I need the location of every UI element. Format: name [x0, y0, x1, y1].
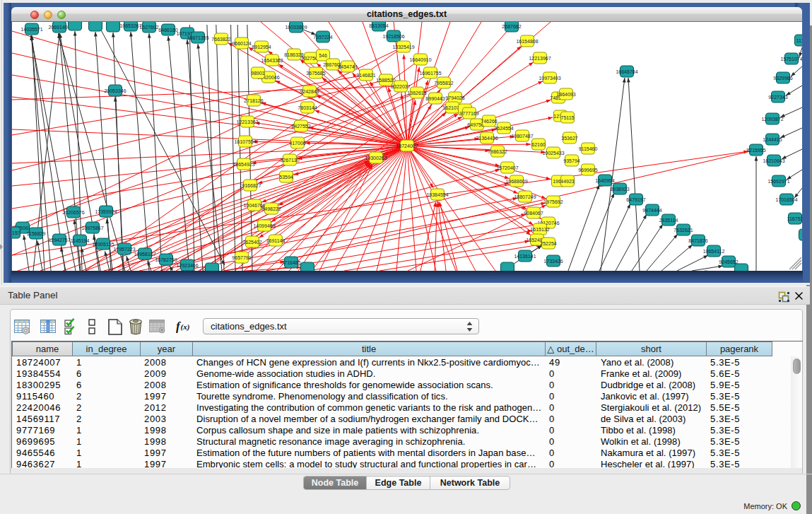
svg-text:8912954: 8912954: [252, 45, 271, 49]
svg-text:7663822: 7663822: [211, 37, 230, 42]
svg-text:53594: 53594: [279, 175, 293, 180]
svg-text:2718126: 2718126: [244, 98, 263, 103]
svg-text:9084067: 9084067: [524, 211, 543, 216]
svg-text:19218506: 19218506: [382, 34, 404, 39]
svg-text:44923: 44923: [560, 179, 575, 184]
svg-text:9115460: 9115460: [579, 146, 598, 151]
svg-text:1527602: 1527602: [139, 25, 158, 30]
svg-text:17359924: 17359924: [95, 209, 117, 214]
svg-text:20691406: 20691406: [48, 25, 70, 30]
svg-text:10975867: 10975867: [81, 226, 103, 230]
svg-text:1112: 1112: [796, 38, 802, 43]
svg-text:15692971: 15692971: [767, 179, 789, 184]
svg-text:12213363: 12213363: [236, 119, 258, 124]
svg-text:8322037: 8322037: [391, 84, 410, 89]
svg-text:98901: 98901: [251, 71, 265, 76]
svg-text:116753: 116753: [787, 216, 802, 221]
svg-text:12093872: 12093872: [761, 117, 783, 122]
svg-text:10688609: 10688609: [505, 179, 527, 184]
svg-text:16543362: 16543362: [261, 58, 283, 63]
svg-text:2687682: 2687682: [502, 24, 521, 29]
svg-text:13325419: 13325419: [392, 45, 414, 49]
svg-text:21364436: 21364436: [476, 136, 498, 141]
svg-text:3675685: 3675685: [306, 71, 325, 76]
svg-text:15720407: 15720407: [496, 165, 518, 170]
svg-text:9777169: 9777169: [459, 111, 478, 116]
svg-text:12213967: 12213967: [529, 56, 551, 61]
svg-text:10807487: 10807487: [511, 134, 533, 139]
svg-text:10654112: 10654112: [703, 249, 725, 254]
svg-text:19654923: 19654923: [233, 162, 254, 167]
svg-text:19384554: 19384554: [426, 192, 448, 197]
svg-text:7625402: 7625402: [242, 240, 261, 245]
svg-text:9329966: 9329966: [773, 76, 792, 81]
svg-text:1640954: 1640954: [595, 178, 614, 183]
svg-text:18807249: 18807249: [514, 194, 536, 199]
svg-text:19300263: 19300263: [365, 156, 387, 160]
svg-text:9657791: 9657791: [232, 255, 251, 260]
svg-text:16640910: 16640910: [409, 57, 431, 62]
svg-text:8990443: 8990443: [425, 96, 445, 101]
svg-text:1691144: 1691144: [266, 238, 286, 243]
svg-text:62160: 62160: [531, 142, 546, 147]
svg-text:10025433: 10025433: [542, 151, 564, 156]
svg-text:14099469: 14099469: [253, 223, 275, 228]
svg-text:16033809: 16033809: [285, 25, 307, 30]
svg-text:9699695: 9699695: [578, 168, 597, 173]
svg-text:1975692: 1975692: [543, 199, 563, 204]
svg-text:417006: 417006: [289, 141, 305, 146]
svg-text:8471876: 8471876: [688, 238, 707, 243]
svg-text:7955812: 7955812: [434, 81, 453, 86]
svg-text:19166827: 19166827: [239, 183, 261, 188]
svg-text:7986322: 7986322: [488, 149, 507, 154]
svg-text:1145194: 1145194: [71, 238, 90, 243]
svg-text:16210643: 16210643: [763, 158, 784, 163]
svg-text:14035571: 14035571: [20, 27, 42, 32]
svg-text:9242848: 9242848: [300, 89, 319, 94]
svg-text:16107554: 16107554: [234, 139, 256, 144]
svg-text:17957223: 17957223: [113, 247, 135, 252]
svg-text:6479197: 6479197: [626, 197, 645, 202]
svg-text:8813054: 8813054: [369, 23, 388, 28]
svg-text:14136141: 14136141: [514, 254, 536, 259]
svg-text:12942757: 12942757: [48, 238, 70, 243]
svg-text:1615132: 1615132: [530, 227, 549, 232]
svg-text:9498222: 9498222: [261, 206, 281, 211]
svg-text:7357224: 7357224: [313, 35, 332, 40]
svg-text:1362615: 1362615: [407, 90, 426, 95]
svg-text:18724007: 18724007: [396, 144, 418, 148]
svg-text:2935114: 2935114: [659, 218, 678, 223]
svg-text:6466160: 6466160: [158, 28, 177, 33]
svg-text:353627: 353627: [561, 136, 577, 141]
svg-text:9146821: 9146821: [356, 73, 375, 78]
svg-text:12905135: 12905135: [92, 242, 114, 247]
svg-text:9794028: 9794028: [445, 95, 464, 100]
svg-text:3716485: 3716485: [281, 260, 300, 265]
svg-text:8938923: 8938923: [610, 187, 629, 192]
svg-text:746266: 746266: [481, 119, 497, 124]
svg-text:3267130: 3267130: [280, 158, 299, 163]
svg-text:3624554: 3624554: [494, 126, 513, 131]
svg-text:1733426: 1733426: [543, 259, 563, 264]
svg-text:17016504: 17016504: [775, 197, 797, 202]
svg-text:1588520: 1588520: [376, 78, 395, 83]
svg-text:16782759: 16782759: [155, 257, 177, 262]
svg-text:(x): (x): [181, 322, 190, 332]
svg-text:1156829: 1156829: [27, 231, 46, 236]
svg-text:7803144: 7803144: [298, 105, 317, 110]
svg-text:8454749: 8454749: [338, 64, 357, 69]
svg-text:8427552: 8427552: [291, 124, 310, 129]
svg-text:75115: 75115: [561, 115, 575, 120]
svg-text:10958107: 10958107: [134, 252, 155, 257]
svg-text:1864093: 1864093: [556, 92, 575, 97]
svg-text:935794: 935794: [563, 158, 579, 163]
svg-text:9474444: 9474444: [642, 208, 661, 213]
svg-text:20053346: 20053346: [104, 88, 126, 93]
svg-text:16961755: 16961755: [419, 71, 441, 76]
svg-text:15751074: 15751074: [780, 57, 802, 62]
svg-text:7632621: 7632621: [673, 228, 693, 233]
svg-text:39157: 39157: [12, 230, 20, 235]
svg-text:16154808: 16154808: [516, 39, 538, 44]
svg-text:8215955: 8215955: [746, 148, 765, 153]
svg-text:20206576: 20206576: [62, 210, 84, 215]
